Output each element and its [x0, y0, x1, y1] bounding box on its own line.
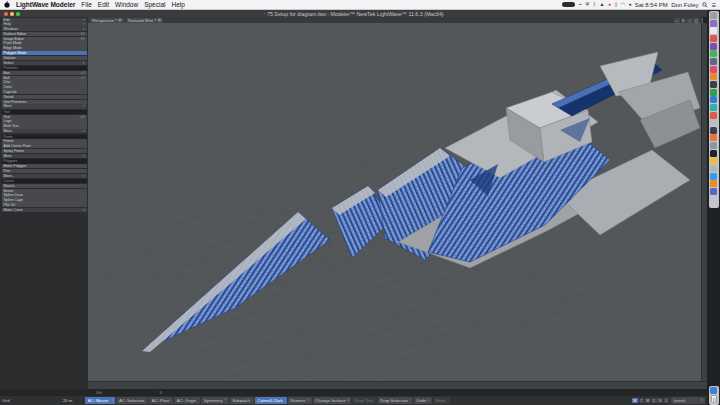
airplay-icon[interactable]: ▲: [599, 2, 604, 7]
app-icon[interactable]: [710, 157, 717, 164]
app-icon[interactable]: [710, 96, 717, 103]
pan-icon[interactable]: +: [674, 18, 680, 23]
app-icon[interactable]: [710, 112, 717, 119]
app-icon[interactable]: [710, 43, 717, 50]
sidebar-item-cone[interactable]: Cone: [2, 85, 87, 89]
sidebar-more-text-menu[interactable]: More: [2, 129, 87, 133]
volume-icon[interactable]: ◂: [629, 2, 632, 7]
ac-origin-button[interactable]: AC: Origin: [174, 397, 200, 404]
zoom-icon[interactable]: ⌕: [687, 18, 693, 23]
sidebar-item-bezier[interactable]: Bezier: [2, 189, 87, 193]
sidebar-item-spline-draw[interactable]: Spline Draw: [2, 193, 87, 197]
sidebar-item-capsule[interactable]: Capsule: [2, 90, 87, 94]
sidebar-item-point-mode[interactable]: Point Mode: [2, 41, 87, 45]
zoom-button[interactable]: [16, 12, 20, 16]
vmap-weight-button[interactable]: W: [632, 398, 638, 404]
sidebar-item-edge-mode[interactable]: Edge Mode: [2, 46, 87, 50]
sidebar-item-unit-primitives[interactable]: Unit Primitives: [2, 100, 87, 104]
sidebar-item-spray-points[interactable]: Spray Points: [2, 149, 87, 153]
app-icon[interactable]: [710, 188, 717, 195]
app-icon[interactable]: [710, 20, 717, 27]
battery-icon[interactable]: ▯: [614, 2, 617, 7]
sidebar-make-curve-menu[interactable]: Make Curve: [2, 208, 87, 212]
app-icon[interactable]: [710, 50, 717, 57]
vmap-morph-button[interactable]: M: [645, 398, 651, 404]
app-icon[interactable]: [710, 165, 717, 172]
vmap-l-button[interactable]: L: [664, 398, 670, 404]
time-machine-icon[interactable]: [562, 2, 575, 7]
spotlight-icon[interactable]: [702, 2, 708, 8]
app-icon[interactable]: [710, 35, 717, 42]
menu-item[interactable]: Window: [115, 1, 138, 8]
subpatch-button[interactable]: Subpatch: [230, 397, 254, 404]
viewport-horizontal-scrollbar[interactable]: [88, 381, 707, 389]
app-icon[interactable]: [710, 58, 717, 65]
ac-pivot-button[interactable]: AC: Pivot: [149, 397, 173, 404]
sidebar-item-pen[interactable]: Pen: [2, 169, 87, 173]
vmap-texture-button[interactable]: T: [639, 398, 645, 404]
app-icon[interactable]: [710, 387, 717, 394]
sidebar-item-surface-editor[interactable]: Surface Editor F5: [2, 32, 87, 36]
app-icon[interactable]: [710, 66, 717, 73]
user-menu[interactable]: Don Foley: [671, 2, 698, 8]
app-icon[interactable]: [710, 173, 717, 180]
change-surface-button[interactable]: Change Surface q: [313, 397, 352, 404]
record-icon[interactable]: ●: [608, 2, 611, 7]
sidebar-item-sketch[interactable]: Sketch: [2, 184, 87, 188]
numeric-button[interactable]: Numeric n: [288, 397, 312, 404]
sidebar-item-polygon-mode[interactable]: Polygon Mode: [2, 51, 87, 55]
view-mode-dropdown[interactable]: Perspective: [90, 18, 124, 23]
sidebar-item-multi-text[interactable]: Multi Text: [2, 124, 87, 128]
sidebar-item-plot-1d[interactable]: Plot 1D: [2, 203, 87, 207]
sidebar-more-primitives-menu[interactable]: More: [2, 104, 87, 108]
maximize-icon[interactable]: ◱: [694, 18, 700, 23]
app-icon[interactable]: [710, 142, 717, 149]
sidebar-item-points[interactable]: Points: [2, 139, 87, 143]
sidebar-item-text[interactable]: Text +W: [2, 115, 87, 119]
ac-mouse-button[interactable]: AC: Mouse: [85, 397, 115, 404]
sidebar-more-points-menu[interactable]: More: [2, 154, 87, 158]
menu-item[interactable]: Edit: [98, 1, 109, 8]
close-button[interactable]: [4, 12, 8, 16]
symmetry-button[interactable]: Symmetry Y: [201, 397, 229, 404]
menu-item[interactable]: File: [81, 1, 91, 8]
sidebar-item-image-editor[interactable]: Image Editor F6: [2, 37, 87, 41]
menu-item[interactable]: Special: [144, 1, 165, 8]
sidebar-select-menu[interactable]: Select: [2, 61, 87, 65]
anchor-icon[interactable]: Ψ: [585, 2, 589, 7]
app-icon[interactable]: [710, 89, 717, 96]
app-icon[interactable]: [710, 119, 717, 126]
sidebar-item-ball[interactable]: Ball +O: [2, 76, 87, 80]
vmap-selection-button[interactable]: S: [657, 398, 663, 404]
menu-item[interactable]: Help: [172, 1, 185, 8]
sidebar-windows-menu[interactable]: Windows: [2, 27, 87, 31]
app-icon[interactable]: [710, 104, 717, 111]
notification-center-icon[interactable]: ☰: [712, 2, 716, 8]
sidebar-item-make-polygon[interactable]: Make Polygon: [2, 164, 87, 168]
app-icon[interactable]: [710, 150, 717, 157]
app-icon[interactable]: [710, 127, 717, 134]
redo-button[interactable]: Redo: [433, 397, 450, 404]
sidebar-item-add-center-point[interactable]: Add Center Point: [2, 144, 87, 148]
sidebar-item-spline-cage[interactable]: Spline Cage: [2, 198, 87, 202]
bluetooth-icon[interactable]: ᛒ: [593, 2, 596, 7]
apple-icon[interactable]: [4, 1, 10, 8]
render-mode-dropdown[interactable]: Textured Wire: [126, 18, 164, 23]
sidebar-help-menu[interactable]: Help: [2, 22, 87, 26]
app-icon[interactable]: [710, 180, 717, 187]
vmap-color-button[interactable]: C: [651, 398, 657, 404]
wifi-icon[interactable]: ◠: [621, 2, 625, 7]
sidebar-edit-menu[interactable]: Edit: [2, 18, 87, 22]
sidebar-item-logo[interactable]: Logo: [2, 119, 87, 123]
display-icon[interactable]: ◓: [579, 2, 582, 7]
sidebar-item-volume[interactable]: Volume: [2, 56, 87, 60]
viewport-canvas[interactable]: [88, 23, 701, 381]
undo-button[interactable]: Undo u: [414, 397, 432, 404]
ac-selection-button[interactable]: AC: Selection: [116, 397, 148, 404]
catmull-clark-button[interactable]: Catmull-Clark: [255, 397, 287, 404]
trash-icon[interactable]: [711, 395, 718, 403]
app-icon[interactable]: [710, 81, 717, 88]
sidebar-item-disc[interactable]: Disc: [2, 80, 87, 84]
sidebar-item-toroid[interactable]: Toroid: [2, 95, 87, 99]
minimize-button[interactable]: [10, 12, 14, 16]
